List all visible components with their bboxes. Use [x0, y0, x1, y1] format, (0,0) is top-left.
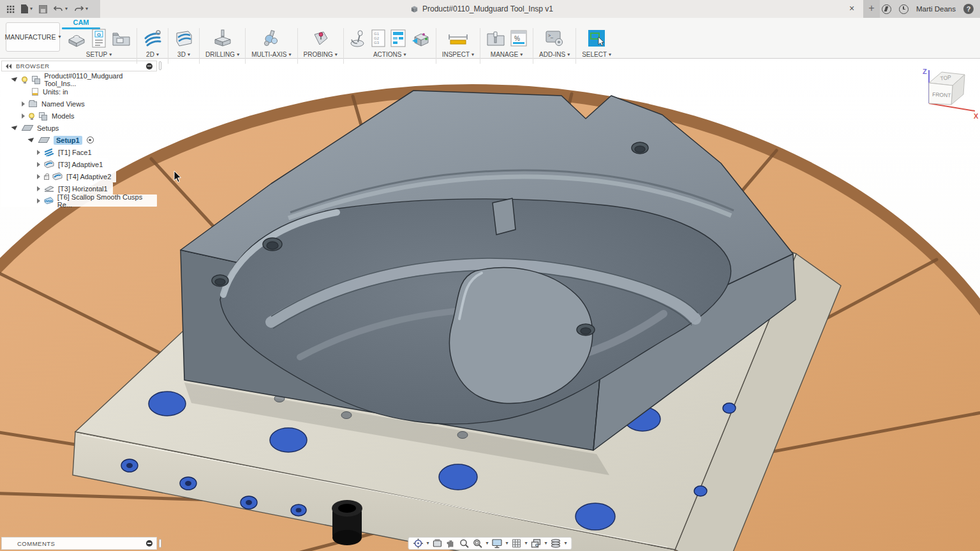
probing-icon[interactable]: [311, 29, 330, 47]
select-icon[interactable]: [588, 29, 605, 47]
axis-z-label: Z: [923, 68, 927, 75]
2d-menu[interactable]: 2D ▾: [146, 51, 159, 58]
pan-icon[interactable]: [445, 538, 456, 548]
tree-item-root[interactable]: Product#0110_Mudguard Tool_Ins...: [1, 73, 157, 85]
save-icon[interactable]: [39, 5, 47, 13]
fit-icon[interactable]: [472, 538, 482, 548]
expanded-arrow-icon[interactable]: [27, 137, 34, 142]
scripts-addins-icon[interactable]: >_: [545, 29, 564, 47]
svg-text:G: G: [97, 32, 101, 38]
tree-item-adaptive2[interactable]: [T4] Adaptive2: [1, 170, 116, 182]
display-settings-icon[interactable]: [491, 538, 502, 548]
setup-menu[interactable]: SETUP ▾: [86, 51, 112, 58]
toolbar-group-addins: >_ ADD-INS ▾: [533, 27, 575, 58]
fit-menu-caret[interactable]: ▾: [486, 541, 488, 546]
expanded-arrow-icon[interactable]: [11, 125, 18, 130]
visibility-bulb-icon[interactable]: [22, 77, 27, 82]
collapsed-arrow-icon[interactable]: [37, 198, 40, 203]
redo-button[interactable]: ▾: [74, 5, 88, 13]
manage-menu[interactable]: MANAGE ▾: [491, 51, 523, 58]
grid-snaps-icon[interactable]: [512, 538, 522, 548]
collapsed-arrow-icon[interactable]: [22, 101, 25, 107]
navigation-bar: ▾ ▾ ▾ ▾ ▾ ▾: [408, 537, 572, 550]
3d-milling-icon[interactable]: [174, 29, 193, 47]
actions-menu[interactable]: ACTIONS ▾: [373, 51, 406, 58]
visibility-bulb-icon[interactable]: [29, 113, 34, 119]
collapse-panel-icon[interactable]: [6, 64, 12, 69]
tree-item-face1[interactable]: [T1] Face1: [1, 146, 97, 158]
orbit-menu-caret[interactable]: ▾: [426, 541, 429, 546]
add-ins-menu[interactable]: ADD-INS ▾: [539, 51, 570, 58]
close-tab-button[interactable]: ×: [847, 3, 857, 13]
tree-item-models[interactable]: Models: [1, 110, 79, 122]
document-tab[interactable]: Product#0110_Mudguard Tool_Insp v1 ×: [100, 0, 863, 18]
viewcube[interactable]: Z X TOP FRONT: [917, 62, 979, 124]
display-menu-caret[interactable]: ▾: [505, 541, 508, 546]
2d-milling-icon[interactable]: [143, 29, 162, 47]
toolbar-group-3d: 3D ▾: [168, 27, 199, 58]
multi-axis-icon[interactable]: [262, 29, 281, 47]
tree-item-adaptive1[interactable]: [T3] Adaptive1: [1, 158, 108, 170]
panel-options-icon[interactable]: [146, 540, 152, 547]
horizontal-operation-icon: [44, 184, 54, 193]
panel-drag-handle[interactable]: [159, 539, 161, 548]
orbit-icon[interactable]: [413, 538, 423, 548]
layers-icon[interactable]: [551, 538, 561, 548]
post-process-icon[interactable]: G1 G2 G3: [371, 29, 385, 47]
job-status-icon[interactable]: [882, 4, 891, 14]
setup-sheet-icon[interactable]: [390, 29, 406, 47]
app-launcher-icon[interactable]: [6, 5, 15, 13]
select-menu[interactable]: SELECT ▾: [582, 51, 611, 58]
comments-panel[interactable]: COMMENTS: [1, 537, 157, 550]
probing-menu[interactable]: PROBING ▾: [304, 51, 338, 58]
3d-menu[interactable]: 3D ▾: [177, 51, 190, 58]
viewports-icon[interactable]: [531, 538, 542, 548]
toolbar-group-actions: G1 G2 G3: [344, 27, 436, 58]
viewports-menu-caret[interactable]: ▾: [545, 541, 547, 546]
nc-program-icon[interactable]: G: [91, 29, 107, 48]
folder-icon: [29, 101, 37, 107]
active-setup-indicator-icon[interactable]: [87, 136, 94, 143]
collapsed-arrow-icon[interactable]: [37, 174, 40, 179]
undo-button[interactable]: ▾: [54, 5, 68, 13]
user-name[interactable]: Marti Deans: [916, 5, 956, 13]
svg-text:G1: G1: [374, 32, 380, 36]
tree-item-setup1[interactable]: Setup1: [1, 134, 99, 146]
tree-item-scallop[interactable]: [T6] Scallop Smooth Cusps Re...: [1, 195, 157, 207]
new-tab-button[interactable]: +: [863, 0, 880, 18]
file-menu[interactable]: ▾: [21, 4, 33, 13]
look-at-icon[interactable]: [432, 538, 442, 548]
clamp-knob[interactable]: [332, 500, 362, 545]
drilling-icon[interactable]: [213, 29, 232, 47]
tree-item-named-views[interactable]: Named Views: [1, 98, 90, 110]
collapsed-arrow-icon[interactable]: [37, 162, 40, 167]
grid-menu-caret[interactable]: ▾: [525, 541, 528, 546]
machining-time-icon[interactable]: %: [510, 29, 527, 47]
setup-folder-icon[interactable]: [112, 30, 131, 47]
drilling-menu[interactable]: DRILLING ▾: [205, 51, 239, 58]
workspace-selector[interactable]: MANUFACTURE ▾: [6, 22, 60, 52]
panel-options-icon[interactable]: [146, 63, 152, 70]
layers-menu-caret[interactable]: ▾: [565, 541, 567, 546]
help-icon[interactable]: ?: [963, 4, 974, 14]
simulate-icon[interactable]: [350, 29, 366, 47]
zoom-icon[interactable]: [459, 538, 469, 548]
measure-icon[interactable]: [447, 29, 469, 47]
inspect-menu[interactable]: INSPECT ▾: [442, 51, 474, 58]
browser-panel: BROWSER Product#0110_Mudguard Tool_Ins..…: [1, 61, 157, 207]
toolbar-group-drilling: DRILLING ▾: [200, 27, 245, 58]
toolbar-group-probing: PROBING ▾: [298, 27, 343, 58]
multi-axis-menu[interactable]: MULTI-AXIS ▾: [251, 51, 291, 58]
collapsed-arrow-icon[interactable]: [37, 150, 40, 155]
tool-library-icon[interactable]: [486, 29, 505, 47]
tree-item-setups[interactable]: Setups: [1, 122, 64, 134]
expanded-arrow-icon[interactable]: [11, 77, 18, 82]
notifications-icon[interactable]: [899, 4, 909, 14]
tree-item-units[interactable]: Units: in: [1, 85, 73, 98]
collapsed-arrow-icon[interactable]: [37, 186, 40, 191]
browser-tree: Product#0110_Mudguard Tool_Ins... Units:…: [1, 73, 157, 207]
generate-icon[interactable]: [411, 29, 430, 47]
collapsed-arrow-icon[interactable]: [22, 114, 25, 119]
new-setup-icon[interactable]: [67, 29, 86, 47]
scallop-operation-icon: [44, 196, 54, 205]
